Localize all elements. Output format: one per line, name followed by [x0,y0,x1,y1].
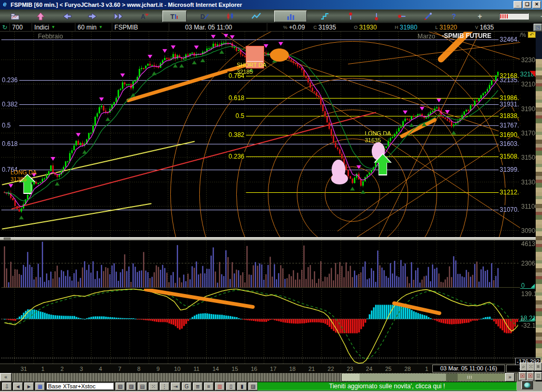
date-tick-label: 14 [208,366,224,372]
series-label: -SPMIB FUTURE [442,32,491,40]
zoom-tool-icon[interactable]: ⌕ [520,362,527,371]
dot-grid-icon[interactable]: ⁙ [149,383,158,390]
low-field: L31920 [433,23,459,32]
image-icon[interactable]: ▨ [127,383,136,390]
scroll-thumb[interactable] [360,374,446,381]
axis-reset-icon[interactable]: ↶ [528,32,536,38]
pin-icon-3[interactable] [394,11,410,22]
keypad-icon[interactable]: ⁙ [527,362,535,371]
svg-text:T: T [170,13,175,21]
splitter-handle[interactable] [4,238,11,240]
print-icon[interactable]: ⌸ [535,372,542,380]
candlestick-icon[interactable] [222,11,238,22]
menu-icon[interactable]: ≡ [535,362,542,371]
restore-button[interactable]: ❏ [523,1,531,8]
news-globe-button[interactable] [521,380,533,389]
date-tick-label: 25 [381,366,396,372]
color-bars-icon[interactable]: ▥ [215,383,225,390]
file-chart-icon[interactable] [7,11,23,22]
scroll-track-segment[interactable] [458,374,505,381]
zoom-slider-track[interactable] [499,13,529,19]
zoom-slider[interactable] [498,11,530,22]
popout-chart-icon[interactable]: ◳ [534,24,542,31]
page-icon-2[interactable]: ▮ [237,383,247,390]
timeframe-select[interactable]: 60 min▼ [75,23,112,32]
back-arrow-icon[interactable] [59,11,75,22]
scale-mode-label[interactable]: /% [520,32,526,38]
prev-template-icon[interactable]: ◄ [13,383,23,390]
orange-ellipse-marker [270,48,289,62]
send-up-icon[interactable] [33,11,49,22]
scroll-track-segment[interactable] [342,374,360,381]
news-banner[interactable]: Tieniti aggiornato sulle novita', clicca… [257,382,517,390]
help-icon[interactable]: ? [446,11,462,22]
zoom-out-icon[interactable]: − [535,11,542,22]
indicator-list-icon-2[interactable]: ≡ [204,383,214,390]
text-tool-icon[interactable]: T [162,11,187,22]
next-template-icon[interactable]: ► [24,383,34,390]
template-input[interactable] [46,383,114,390]
date-axis: 03 Mar. 05 11:00 (-16) 31123478910111415… [0,364,536,373]
pink-ellipse-marker-2 [331,173,348,184]
date-tick-label: 1 [419,366,434,372]
date-tick-label: 16 [246,366,262,372]
fast-forward-icon[interactable] [111,11,127,22]
date-tick-label: 18 [285,366,301,372]
oscillator-panel-canvas[interactable] [0,289,536,364]
date-tick-label: 21 [304,366,320,372]
close-field: C31935 [311,23,338,32]
date-tick-label: 10 [169,366,185,372]
datetime-field: 03 Mar. 05 11:00 [183,23,267,32]
svg-text:A: A [141,13,146,21]
annotation-a-icon[interactable]: A [137,11,152,22]
category-select[interactable]: Indici▼ [32,23,75,32]
title-bar[interactable]: e FSPMIB [60 min.] < FuryoJChart-3 v3.60… [0,0,542,9]
date-tick-label: 7 [112,366,128,372]
zoom-in-icon[interactable]: + [472,11,488,22]
shift-right-icon[interactable]: ⇥ [171,383,180,390]
horizontal-scrollbar[interactable]: « III » [0,373,536,381]
counter-field: 700 [10,23,32,32]
main-chart-canvas[interactable] [0,32,536,237]
step-chart-icon[interactable] [317,11,333,22]
date-tick-label: 28 [400,366,415,372]
scroll-left-button[interactable]: « [0,373,12,381]
monitor-off-icon-2[interactable]: ☒ [527,372,534,380]
pen-icon[interactable] [420,11,436,22]
monitor-off-icon-1[interactable]: ☒ [519,372,526,380]
long-signal-annotation-2: LONG DA31635 [365,130,391,144]
chart-pointer-icon[interactable]: ▧ [115,383,125,390]
bar-chart-icon[interactable] [274,11,307,22]
scroll-right-button[interactable]: » [505,373,515,381]
column-dots-icon[interactable]: ⋮ [160,383,169,390]
scroll-grip[interactable]: III [466,374,473,380]
date-tick-label: 4 [93,366,109,372]
line-chart-icon[interactable] [248,11,264,22]
date-tick-label: 9 [150,366,166,372]
page-icon-3[interactable]: ▨ [248,383,258,390]
save-template-icon[interactable]: ⇩ [2,383,12,390]
forward-arrow-icon[interactable] [85,11,101,22]
volume-panel-canvas[interactable] [0,240,536,289]
date-tick-label: 24 [361,366,377,372]
refresh-button[interactable]: ↻ [0,23,10,32]
minimize-button[interactable]: _ [514,1,522,8]
quote-bar: ↻ 700 Indici▼ 60 min▼ FSPMIB 03 Mar. 05 … [0,23,542,32]
film-icon[interactable]: ▤ [138,383,147,390]
draw-tool-icon[interactable]: D [197,11,212,22]
pin-icon-2[interactable] [369,11,384,22]
refresh-icon: ↻ [2,24,7,31]
close-button[interactable]: ✕ [533,1,541,8]
table-icon[interactable]: ▦ [35,383,45,390]
scroll-track-segment[interactable] [446,374,458,381]
date-tick-label: 11 [189,366,205,372]
change-field: %+0.09 [281,23,307,32]
page-icon-1[interactable]: ▯ [226,383,236,390]
volume-field: V1635 [473,23,496,32]
indicator-list-icon-1[interactable]: ≣ [193,383,202,390]
pin-icon-1[interactable] [343,11,359,22]
date-tick-label: 8 [131,366,147,372]
log-scale-icon[interactable]: G [182,383,191,390]
date-tick-label: 3 [73,366,89,372]
symbol-field[interactable]: FSPMIB [112,23,169,32]
